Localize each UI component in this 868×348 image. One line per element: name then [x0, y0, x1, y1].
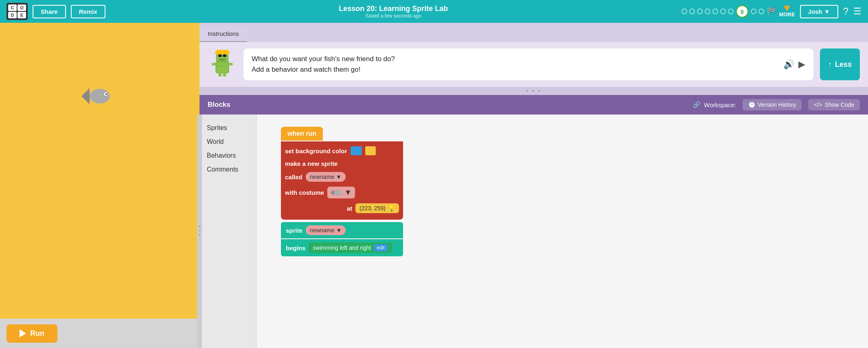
costume-fish-icon — [331, 189, 343, 197]
dot-10[interactable] — [758, 9, 764, 14]
costume-dropdown-arrow: ▼ — [344, 188, 352, 197]
dot-6[interactable] — [720, 9, 726, 14]
code-icon: </> — [814, 101, 822, 108]
blocks-area: Blocks 🔗 Workspace: 🕐 Version History </… — [199, 95, 868, 348]
logo-o: O — [18, 4, 26, 11]
block-at[interactable]: at (223, 259) 💡 — [285, 201, 399, 216]
svg-marker-16 — [331, 190, 334, 196]
color-input-blue[interactable] — [351, 146, 362, 155]
svg-point-19 — [340, 192, 340, 192]
sidebar-item-comments[interactable]: Comments — [204, 164, 252, 175]
instructions-tab[interactable]: Instructions — [199, 26, 247, 42]
left-panel: Run — [0, 23, 199, 348]
at-label: at — [347, 205, 352, 212]
link-icon: 🔗 — [693, 101, 701, 108]
speech-line-1: What do you want your fish's new friend … — [252, 55, 777, 63]
right-panel: Instructions — [199, 23, 868, 348]
speech-line-2: Add a behavior and watch them go! — [252, 66, 777, 74]
with-costume-label: with costume — [285, 189, 324, 196]
logo-d: D — [8, 12, 17, 18]
block-with-costume[interactable]: with costume ▼ — [285, 184, 399, 201]
newname-value: newname ▼ — [310, 174, 342, 180]
help-button[interactable]: ? — [843, 6, 848, 17]
remix-button[interactable]: Remix — [71, 5, 105, 18]
begins-label: begins — [286, 244, 305, 251]
svg-rect-11 — [216, 66, 229, 67]
progress-area: 8 🏁 MORE — [682, 5, 795, 18]
block-stack: when run set background color — [281, 127, 403, 256]
dot-8-active[interactable]: 8 — [736, 5, 749, 18]
instructions-content: What do you want your fish's new friend … — [199, 42, 868, 87]
run-button[interactable]: Run — [7, 324, 57, 343]
drag-handle[interactable]: • • • — [199, 87, 868, 95]
workspace-area: 🔗 Workspace: 🕐 Version History </> Show … — [693, 99, 860, 110]
dot-5[interactable] — [712, 9, 718, 14]
game-canvas[interactable] — [0, 23, 199, 319]
coord-pill[interactable]: (223, 259) 💡 — [355, 203, 399, 213]
called-newname-dropdown[interactable]: newname ▼ — [306, 172, 346, 182]
less-chevron-icon: ↑ — [828, 60, 832, 69]
block-begins-row[interactable]: begins swimming left and right edit — [281, 239, 403, 256]
costume-picker[interactable]: ▼ — [327, 187, 355, 198]
sidebar-item-sprites[interactable]: Sprites — [204, 123, 252, 133]
sidebar-item-behaviors[interactable]: Behaviors — [204, 150, 252, 161]
svg-rect-13 — [229, 63, 233, 65]
workspace-label: 🔗 Workspace: — [693, 101, 736, 108]
dot-3[interactable] — [697, 9, 703, 14]
show-code-button[interactable]: </> Show Code — [808, 99, 860, 110]
blocks-content: • • • Sprites World Behaviors Comments w… — [199, 115, 868, 348]
block-called[interactable]: called newname ▼ — [285, 170, 399, 184]
svg-rect-7 — [217, 50, 228, 52]
sprite-newname-dropdown[interactable]: newname ▼ — [306, 225, 346, 235]
logo[interactable]: C O D E — [7, 3, 28, 20]
sidebar-item-world[interactable]: World — [204, 137, 252, 147]
svg-rect-8 — [218, 54, 221, 57]
robot-avatar — [208, 48, 237, 78]
show-code-label: Show Code — [825, 101, 854, 108]
workspace-canvas[interactable]: when run set background color — [256, 115, 868, 348]
edit-behavior-button[interactable]: edit — [374, 244, 388, 251]
sprite-label: sprite — [286, 227, 302, 234]
dot-4[interactable] — [705, 9, 710, 14]
resize-handle[interactable]: • • • — [197, 115, 202, 348]
speech-bubble: What do you want your fish's new friend … — [243, 48, 813, 80]
version-history-button[interactable]: 🕐 Version History — [743, 99, 802, 110]
svg-point-3 — [105, 93, 107, 95]
block-sprite-row[interactable]: sprite newname ▼ — [281, 222, 403, 238]
coord-value: (223, 259) — [359, 205, 386, 211]
less-label: Less — [835, 60, 852, 69]
speech-bubble-text: What do you want your fish's new friend … — [252, 55, 777, 74]
block-set-background[interactable]: set background color — [285, 144, 399, 158]
instructions-area: Instructions — [199, 23, 868, 87]
block-make-sprite[interactable]: make a new sprite — [285, 158, 399, 170]
less-button[interactable]: ↑ Less — [820, 48, 860, 80]
speaker-button[interactable]: 🔊 — [783, 59, 794, 70]
called-label: called — [285, 174, 302, 181]
fish-sprite — [81, 84, 114, 108]
behavior-label: swimming left and right — [313, 244, 371, 251]
dot-1[interactable] — [682, 9, 687, 14]
lightbulb-icon: 💡 — [388, 205, 395, 211]
more-button[interactable]: MORE — [779, 6, 795, 18]
sprite-newname-value: newname ▼ — [310, 227, 342, 233]
when-run-label: when run — [287, 130, 316, 137]
dot-9[interactable] — [751, 9, 756, 14]
dot-2[interactable] — [689, 9, 695, 14]
dot-7[interactable] — [728, 9, 734, 14]
logo-c: C — [8, 4, 17, 11]
svg-point-1 — [90, 89, 110, 104]
hamburger-button[interactable]: ☰ — [853, 6, 861, 17]
block-when-run[interactable]: when run — [281, 127, 323, 141]
make-sprite-label: make a new sprite — [285, 160, 338, 167]
color-swatch-yellow[interactable] — [365, 146, 376, 155]
share-button[interactable]: Share — [33, 5, 66, 18]
logo-e: E — [18, 12, 26, 18]
run-bar: Run — [0, 319, 199, 348]
workspace-text: Workspace: — [704, 101, 736, 108]
flag-icon: 🏁 — [767, 7, 777, 16]
user-button[interactable]: Josh ▼ — [800, 5, 838, 18]
svg-rect-14 — [218, 73, 221, 77]
blocks-sidebar: • • • Sprites World Behaviors Comments — [199, 115, 256, 348]
play-speech-button[interactable]: ▶ — [798, 59, 805, 70]
behavior-pill[interactable]: swimming left and right edit — [309, 242, 392, 253]
